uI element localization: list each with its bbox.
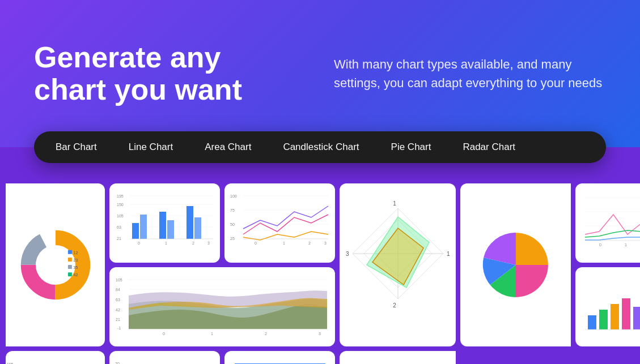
chart-card-radar[interactable]: 1 1 2 3 [340, 183, 456, 346]
svg-text:42: 42 [73, 273, 78, 277]
chart-card-area[interactable]: 105 84 63 42 21 -1 0 1 2 3 [109, 267, 335, 346]
svg-text:21: 21 [117, 237, 121, 241]
nav-item-bar[interactable]: Bar Chart [40, 136, 113, 159]
svg-text:12: 12 [73, 251, 78, 255]
chart-card-area2[interactable]: 70 66 55 44 [109, 351, 220, 364]
svg-text:2: 2 [192, 241, 194, 245]
charts-grid: 12 23 35 42 195 150 105 63 21 [0, 163, 640, 364]
svg-rect-21 [132, 223, 139, 239]
svg-rect-86 [633, 307, 640, 329]
hero-text-block: Generate any chart you want [34, 41, 289, 106]
nav-item-area[interactable]: Area Chart [189, 136, 267, 159]
svg-text:3: 3 [346, 251, 349, 257]
hero-section: Generate any chart you want With many ch… [0, 0, 640, 147]
svg-text:75: 75 [230, 208, 235, 212]
svg-text:21: 21 [116, 318, 120, 322]
svg-rect-83 [599, 310, 608, 329]
svg-rect-85 [622, 298, 630, 329]
svg-text:25: 25 [230, 237, 235, 241]
chart-card-line1[interactable]: 100 75 50 25 0 1 2 3 [224, 183, 335, 263]
svg-text:70: 70 [115, 362, 120, 364]
svg-text:0: 0 [255, 241, 257, 245]
chart-type-nav: Bar Chart Line Chart Area Chart Candlest… [34, 131, 606, 163]
svg-text:-1: -1 [117, 326, 121, 330]
hero-description: With many chart types available, and man… [334, 55, 606, 92]
svg-rect-25 [187, 206, 193, 239]
svg-text:0: 0 [599, 243, 601, 247]
chart-card-line3[interactable] [340, 351, 456, 364]
svg-text:0: 0 [163, 332, 165, 336]
svg-text:100: 100 [230, 194, 237, 198]
svg-text:105: 105 [116, 278, 122, 282]
chart-card-candlestick[interactable]: 195 150 105 63 21 0 [6, 351, 105, 364]
svg-text:1: 1 [211, 332, 213, 336]
svg-text:3: 3 [207, 241, 210, 245]
nav-item-radar[interactable]: Radar Chart [447, 136, 531, 159]
svg-rect-84 [611, 304, 619, 329]
nav-item-candlestick[interactable]: Candlestick Chart [267, 136, 375, 159]
svg-rect-82 [588, 315, 596, 329]
nav-item-pie[interactable]: Pie Chart [375, 136, 447, 159]
svg-text:2: 2 [308, 241, 311, 245]
svg-text:1: 1 [393, 200, 396, 207]
svg-rect-5 [67, 265, 71, 269]
svg-text:42: 42 [116, 308, 120, 312]
svg-text:3: 3 [319, 332, 321, 336]
svg-text:63: 63 [117, 225, 121, 229]
svg-text:84: 84 [116, 288, 120, 292]
chart-card-hbar[interactable]: 4 3 2 1 [224, 351, 335, 364]
chart-card-bar2[interactable] [575, 267, 640, 346]
svg-text:150: 150 [117, 203, 124, 207]
nav-item-line[interactable]: Line Chart [113, 136, 189, 159]
hero-title: Generate any chart you want [34, 41, 289, 106]
svg-text:1: 1 [283, 241, 285, 245]
svg-text:35: 35 [73, 265, 78, 269]
svg-text:195: 195 [117, 194, 124, 198]
svg-rect-24 [167, 220, 174, 239]
chart-card-line2[interactable]: 0 1 2 3 [575, 183, 640, 263]
svg-text:50: 50 [230, 222, 235, 226]
svg-text:63: 63 [116, 298, 120, 302]
svg-rect-3 [67, 250, 71, 254]
svg-text:1: 1 [447, 251, 450, 257]
svg-text:2: 2 [393, 302, 396, 309]
svg-text:1: 1 [625, 243, 627, 247]
svg-rect-4 [67, 258, 71, 262]
svg-text:3: 3 [324, 241, 327, 245]
svg-rect-26 [194, 217, 201, 239]
svg-rect-6 [67, 272, 71, 276]
svg-text:105: 105 [117, 214, 124, 218]
svg-text:23: 23 [73, 258, 78, 262]
svg-text:0: 0 [138, 241, 140, 245]
svg-text:1: 1 [165, 241, 167, 245]
svg-text:2: 2 [265, 332, 267, 336]
chart-card-donut[interactable]: 12 23 35 42 [6, 183, 105, 346]
chart-card-pie[interactable] [460, 183, 571, 346]
chart-card-bar[interactable]: 195 150 105 63 21 0 1 2 3 [109, 183, 220, 263]
svg-rect-23 [159, 212, 166, 239]
svg-rect-22 [140, 215, 147, 239]
